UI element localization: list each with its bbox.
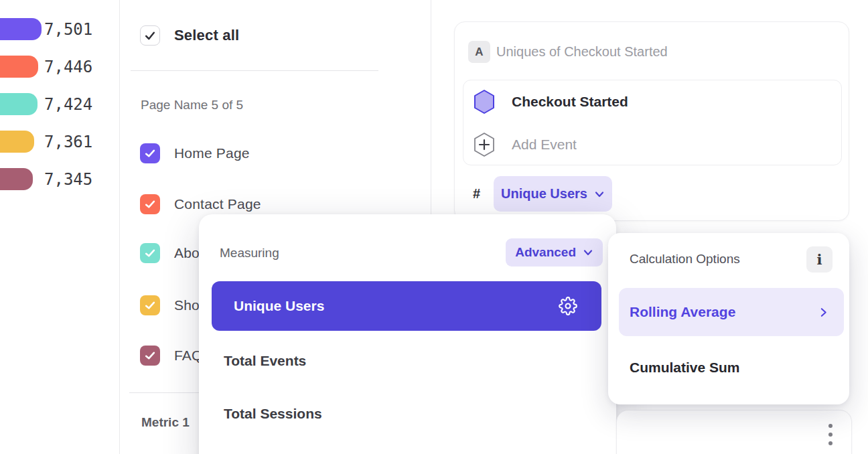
check-icon xyxy=(143,29,157,42)
gear-icon[interactable] xyxy=(559,297,577,315)
measuring-dropdown: Measuring Advanced Unique Users Total Ev… xyxy=(199,214,616,454)
series-name-input[interactable]: Uniques of Checkout Started xyxy=(496,41,668,63)
info-button[interactable]: i xyxy=(806,246,833,273)
page-checkbox[interactable] xyxy=(140,346,160,366)
calculation-options-title: Calculation Options xyxy=(630,250,740,269)
page-checkbox[interactable] xyxy=(140,194,160,214)
legend-swatch xyxy=(0,93,38,115)
calc-option-cumulative-sum[interactable]: Cumulative Sum xyxy=(630,358,740,378)
chevron-down-icon xyxy=(594,189,605,200)
legend-swatch xyxy=(0,168,33,190)
metric-card xyxy=(616,410,852,454)
measuring-option-unique-users[interactable]: Unique Users xyxy=(212,281,601,331)
legend-value: 7,424 xyxy=(44,93,92,115)
event-list-card: Checkout Started Add Event xyxy=(463,80,842,165)
add-event-label: Add Event xyxy=(512,137,577,153)
legend-swatch xyxy=(0,18,42,40)
select-all-label: Select all xyxy=(174,27,239,44)
measure-chip-label: Unique Users xyxy=(501,186,587,202)
legend-swatch xyxy=(0,131,34,153)
legend-value: 7,446 xyxy=(44,56,92,78)
event-name: Checkout Started xyxy=(512,94,628,110)
page-filter-row[interactable]: Contact Page xyxy=(140,194,261,214)
check-icon xyxy=(143,198,157,211)
page-filter-label: Contact Page xyxy=(174,196,261,212)
add-event-icon xyxy=(473,132,496,157)
legend-value: 7,361 xyxy=(44,131,92,153)
page-filter-label: Home Page xyxy=(174,145,250,161)
measure-type-icon: # xyxy=(473,176,480,212)
event-hexagon-icon xyxy=(473,89,496,115)
select-all-checkbox[interactable] xyxy=(140,25,160,46)
check-icon xyxy=(143,349,157,362)
measuring-option-label: Unique Users xyxy=(234,298,324,314)
check-icon xyxy=(143,147,157,160)
measuring-option-total-sessions[interactable]: Total Sessions xyxy=(224,404,322,424)
query-builder-card: A Uniques of Checkout Started Checkout S… xyxy=(454,21,849,221)
advanced-label: Advanced xyxy=(515,245,576,260)
vertical-divider xyxy=(119,0,120,454)
series-badge: A xyxy=(468,41,490,63)
select-all-row[interactable]: Select all xyxy=(140,25,239,46)
measuring-option-total-events[interactable]: Total Events xyxy=(224,351,306,371)
check-icon xyxy=(143,299,157,312)
chevron-right-icon xyxy=(818,307,829,318)
page-filter-row[interactable]: Home Page xyxy=(140,143,250,163)
measure-chip[interactable]: Unique Users xyxy=(494,176,612,212)
legend-value: 7,345 xyxy=(44,168,92,190)
analytics-screen: 7,501 7,446 7,424 7,361 7,345 Select all… xyxy=(0,0,868,454)
page-checkbox[interactable] xyxy=(140,243,160,263)
check-icon xyxy=(143,246,157,260)
calc-option-label: Rolling Average xyxy=(630,304,735,320)
legend-swatch xyxy=(0,56,38,78)
metric-label: Metric 1 xyxy=(141,415,190,430)
kebab-menu-icon[interactable] xyxy=(826,421,835,448)
page-checkbox[interactable] xyxy=(140,295,160,315)
advanced-toggle[interactable]: Advanced xyxy=(506,238,603,267)
page-checkbox[interactable] xyxy=(140,143,160,163)
section-label: Page Name 5 of 5 xyxy=(141,98,243,112)
add-event-button[interactable]: Add Event xyxy=(463,123,841,166)
divider xyxy=(131,70,378,71)
legend-value: 7,501 xyxy=(44,18,92,40)
event-row[interactable]: Checkout Started xyxy=(463,80,841,123)
calc-option-rolling-average[interactable]: Rolling Average xyxy=(619,288,844,336)
chevron-down-icon xyxy=(583,247,593,258)
measuring-title: Measuring xyxy=(220,244,279,262)
calculation-options-popover: Calculation Options i Rolling Average Cu… xyxy=(608,233,849,404)
